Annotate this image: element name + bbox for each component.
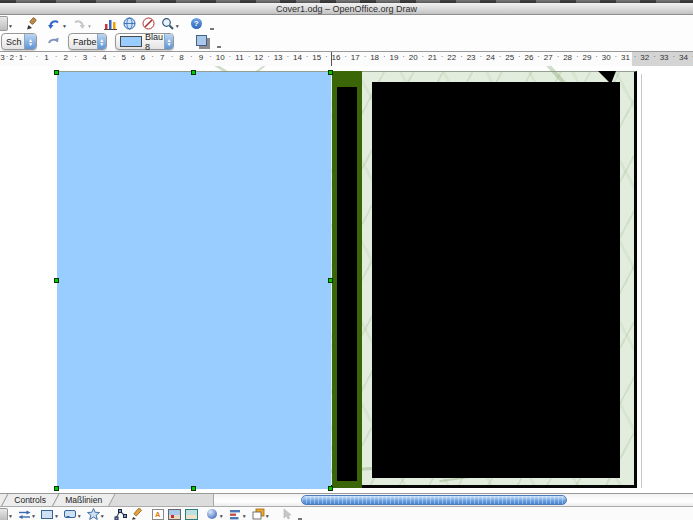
ruler-tick: · bbox=[93, 52, 96, 61]
selected-blue-rectangle[interactable] bbox=[57, 72, 331, 489]
extrusion-icon[interactable] bbox=[206, 508, 219, 520]
ruler-tick: · bbox=[209, 52, 212, 61]
ruler-number: 28 bbox=[563, 53, 572, 62]
ruler-number: 24 bbox=[486, 53, 495, 62]
toolbar-overflow-icon[interactable] bbox=[210, 24, 214, 30]
spine-black-rectangle[interactable] bbox=[337, 87, 357, 481]
ruler-tick: · bbox=[171, 52, 174, 61]
stars-icon[interactable] bbox=[87, 508, 100, 520]
chevron-down-icon[interactable]: ▼ bbox=[62, 23, 67, 29]
ruler-number: 2 bbox=[10, 53, 14, 62]
chart-icon[interactable] bbox=[103, 16, 118, 31]
image-from-file-icon[interactable] bbox=[168, 508, 181, 520]
ruler-tick: · bbox=[190, 52, 193, 61]
chevron-down-icon[interactable]: ▼ bbox=[219, 513, 224, 519]
selection-handle-top-right[interactable] bbox=[328, 70, 333, 75]
selection-handle-top-left[interactable] bbox=[54, 70, 59, 75]
interaction-icon[interactable] bbox=[281, 508, 294, 520]
ruler-number: 23 bbox=[467, 53, 476, 62]
gallery-icon[interactable] bbox=[185, 508, 198, 520]
glue-points-icon[interactable] bbox=[131, 508, 144, 520]
edit-points-icon[interactable] bbox=[114, 508, 127, 520]
chevron-down-icon[interactable]: ▼ bbox=[31, 513, 36, 519]
page-edge-shadow bbox=[641, 74, 642, 488]
ruler-tick: · bbox=[286, 52, 289, 61]
selection-handle-bottom-center[interactable] bbox=[191, 486, 196, 491]
zoom-magnifier-icon[interactable] bbox=[160, 16, 175, 31]
rotate-icon[interactable] bbox=[45, 34, 60, 49]
ruler-number: 1 bbox=[19, 53, 23, 62]
ruler-number: 8 bbox=[179, 53, 183, 62]
ruler-number: 31 bbox=[621, 53, 630, 62]
chevron-down-icon[interactable]: ▼ bbox=[54, 513, 59, 519]
hyperlink-globe-icon[interactable] bbox=[122, 16, 137, 31]
stepper-icon[interactable]: ▲▼ bbox=[24, 34, 36, 49]
chevron-down-icon[interactable]: ▼ bbox=[87, 23, 92, 29]
ruler-number: 2 bbox=[64, 53, 68, 62]
layer-tab-label: Maßlinien bbox=[65, 495, 102, 505]
selection-handle-middle-left[interactable] bbox=[54, 278, 59, 283]
connector-icon[interactable] bbox=[18, 508, 31, 520]
chevron-down-icon[interactable]: ▼ bbox=[175, 23, 180, 29]
ruler-number: 19 bbox=[389, 53, 398, 62]
arrange-icon[interactable] bbox=[252, 508, 265, 520]
lines-icon[interactable] bbox=[0, 508, 8, 520]
toolbar-overflow-icon[interactable] bbox=[298, 514, 302, 520]
ruler-number: 1 bbox=[44, 53, 48, 62]
stepper-icon[interactable]: ▲▼ bbox=[97, 34, 106, 49]
ruler-tick: · bbox=[460, 52, 463, 61]
selection-handle-top-center[interactable] bbox=[191, 70, 196, 75]
ruler-number: 26 bbox=[525, 53, 534, 62]
ruler-number: 10 bbox=[216, 53, 225, 62]
chevron-down-icon[interactable]: ▼ bbox=[242, 513, 247, 519]
ruler-tick: · bbox=[36, 52, 39, 61]
ruler-tick: · bbox=[537, 52, 540, 61]
fill-color-combo[interactable]: Blau 8 ▲▼ bbox=[115, 33, 174, 50]
basic-shapes-icon[interactable] bbox=[41, 508, 54, 520]
ruler-tick: · bbox=[55, 52, 58, 61]
new-document-icon[interactable] bbox=[0, 16, 8, 31]
front-cover-black-rectangle[interactable] bbox=[372, 82, 620, 478]
area-fill-type-combo[interactable]: Farbe ▲▼ bbox=[68, 33, 107, 50]
ruler-tick: · bbox=[325, 52, 328, 61]
line-style-combo[interactable]: Sch ▲▼ bbox=[1, 33, 37, 50]
ruler-tick: · bbox=[653, 52, 656, 61]
undo-icon[interactable] bbox=[47, 16, 62, 31]
ruler-tick: · bbox=[151, 52, 154, 61]
selection-handle-bottom-left[interactable] bbox=[54, 486, 59, 491]
ruler-number: 13 bbox=[274, 53, 283, 62]
fontwork-icon[interactable]: A bbox=[152, 509, 164, 520]
selection-handle-bottom-right[interactable] bbox=[328, 486, 333, 491]
drawing-canvas[interactable] bbox=[0, 66, 693, 493]
ruler-tick: · bbox=[267, 52, 270, 61]
selection-handle-middle-right[interactable] bbox=[328, 278, 333, 283]
toolbar-overflow-icon[interactable] bbox=[217, 42, 221, 48]
shadow-icon[interactable] bbox=[194, 34, 209, 49]
compass-icon[interactable] bbox=[141, 16, 156, 31]
fill-color-swatch bbox=[120, 36, 142, 47]
window-titlebar[interactable]: Cover1.odg – OpenOffice.org Draw bbox=[0, 3, 693, 15]
ruler-tick: · bbox=[364, 52, 367, 61]
help-icon[interactable]: ? bbox=[191, 18, 202, 29]
chevron-down-icon[interactable]: ▼ bbox=[8, 23, 13, 29]
ruler-cursor-line bbox=[331, 52, 332, 66]
ruler-tick: · bbox=[248, 52, 251, 61]
horizontal-ruler[interactable]: 3·2·1··1·2·3·4·5·6·7·8·9·10·11·12·13·14·… bbox=[0, 52, 693, 67]
chevron-down-icon[interactable]: ▼ bbox=[100, 513, 105, 519]
ruler-number: 20 bbox=[409, 53, 418, 62]
redo-icon[interactable] bbox=[72, 16, 87, 31]
format-paintbrush-icon[interactable] bbox=[24, 16, 39, 31]
ruler-tick: · bbox=[15, 52, 18, 61]
ruler-tick: · bbox=[74, 52, 77, 61]
chevron-down-icon[interactable]: ▼ bbox=[77, 513, 82, 519]
horizontal-scrollbar-thumb[interactable] bbox=[301, 495, 567, 505]
alignment-icon[interactable] bbox=[229, 508, 242, 520]
ruler-number: 30 bbox=[602, 53, 611, 62]
ruler-number: 27 bbox=[544, 53, 553, 62]
chevron-down-icon[interactable]: ▼ bbox=[265, 513, 270, 519]
callouts-icon[interactable] bbox=[64, 508, 77, 520]
chevron-down-icon[interactable]: ▼ bbox=[8, 513, 13, 519]
ruler-tick: · bbox=[499, 52, 502, 61]
stepper-icon[interactable]: ▲▼ bbox=[164, 34, 173, 49]
ruler-number: 33 bbox=[660, 53, 669, 62]
